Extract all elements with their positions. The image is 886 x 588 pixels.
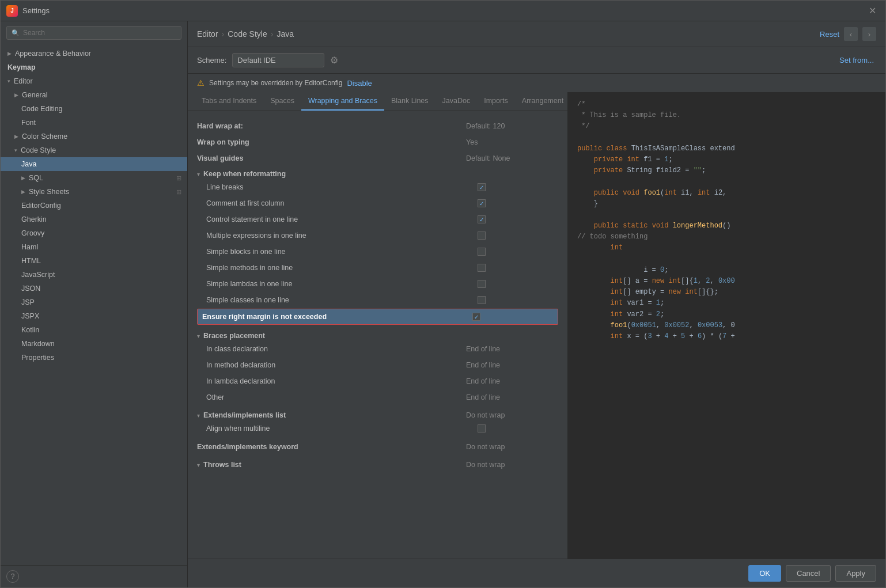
control-one-line-checkbox-cell <box>478 215 558 223</box>
wrap-typing-value: Yes <box>466 138 558 146</box>
sidebar-item-keymap[interactable]: Keymap <box>1 60 187 74</box>
tab-wrapping-braces[interactable]: Wrapping and Braces <box>301 92 384 111</box>
sidebar-item-general[interactable]: ▶ General <box>1 88 187 102</box>
extends-list-toggle-icon[interactable]: ▾ <box>197 412 200 419</box>
close-button[interactable]: ✕ <box>865 5 880 16</box>
sidebar-item-code-style[interactable]: ▾ Code Style <box>1 143 187 157</box>
sidebar-item-html[interactable]: HTML <box>1 254 187 268</box>
section-toggle-icon[interactable]: ▾ <box>197 171 200 177</box>
sidebar-item-jspx[interactable]: JSPX <box>1 309 187 323</box>
throws-list-section: ▾ Throws list Do not wrap <box>197 457 558 470</box>
in-method-decl-value: End of line <box>466 361 558 369</box>
forward-button[interactable]: › <box>862 27 876 41</box>
search-icon: 🔍 <box>12 29 20 37</box>
wrap-typing-row: Wrap on typing Yes <box>197 134 558 150</box>
disable-link[interactable]: Disable <box>347 79 372 88</box>
tab-spaces[interactable]: Spaces <box>263 92 301 111</box>
in-lambda-decl-value: End of line <box>466 377 558 385</box>
sidebar-item-markdown[interactable]: Markdown <box>1 337 187 351</box>
code-line-2: * This is a sample file. <box>577 110 876 121</box>
sidebar-item-font[interactable]: Font <box>1 116 187 130</box>
in-lambda-decl-row: In lambda declaration End of line <box>197 373 558 389</box>
sidebar-item-jsp[interactable]: JSP <box>1 295 187 309</box>
gear-icon[interactable]: ⚙ <box>330 55 338 66</box>
in-lambda-decl-label: In lambda declaration <box>206 377 466 385</box>
warning-bar: ⚠ Settings may be overridden by EditorCo… <box>188 74 885 92</box>
sidebar-item-appearance-behavior[interactable]: ▶ Appearance & Behavior <box>1 47 187 60</box>
in-method-decl-label: In method declaration <box>206 361 466 369</box>
sidebar-item-color-scheme[interactable]: ▶ Color Scheme <box>1 130 187 143</box>
scheme-select-wrapper: Default IDE Project <box>232 53 324 67</box>
sidebar-item-label: Haml <box>21 243 38 251</box>
tab-imports[interactable]: Imports <box>477 92 515 111</box>
style-sheets-icon: ⊞ <box>176 188 181 196</box>
expand-arrow-icon: ▶ <box>21 189 25 195</box>
simple-classes-checkbox[interactable] <box>478 296 486 304</box>
control-one-line-row: Control statement in one line <box>197 211 558 227</box>
sidebar-item-properties[interactable]: Properties <box>1 351 187 365</box>
tab-arrangement[interactable]: Arrangement <box>515 92 567 111</box>
simple-methods-row: Simple methods in one line <box>197 260 558 276</box>
scheme-label: Scheme: <box>197 56 226 65</box>
settings-scroll: Hard wrap at: Default: 120 Wrap on typin… <box>188 111 567 559</box>
sidebar-item-editorconfig[interactable]: EditorConfig <box>1 199 187 213</box>
sidebar-item-java[interactable]: Java <box>1 157 187 171</box>
simple-blocks-checkbox-cell <box>478 248 558 256</box>
expand-arrow-icon: ▶ <box>21 175 25 181</box>
title-bar: J Settings ✕ <box>1 1 885 21</box>
simple-blocks-label: Simple blocks in one line <box>206 248 478 256</box>
breadcrumb-code-style: Code Style <box>228 29 267 39</box>
sidebar-item-label: JSON <box>21 284 40 293</box>
throws-list-toggle-icon[interactable]: ▾ <box>197 462 200 468</box>
keep-line-breaks-checkbox[interactable] <box>478 183 486 191</box>
extends-list-section: ▾ Extends/implements list Do not wrap <box>197 408 558 420</box>
tab-javadoc[interactable]: JavaDoc <box>436 92 478 111</box>
scheme-select[interactable]: Default IDE Project <box>232 53 324 67</box>
hard-wrap-value: Default: 120 <box>466 122 558 130</box>
sidebar-item-label: HTML <box>21 257 41 265</box>
simple-methods-checkbox[interactable] <box>478 264 486 272</box>
sidebar-item-label: JSPX <box>21 312 39 320</box>
search-input[interactable] <box>23 29 176 37</box>
sidebar-item-sql[interactable]: ▶ SQL ⊞ <box>1 171 187 185</box>
tab-blank-lines[interactable]: Blank Lines <box>384 92 436 111</box>
code-line-8 <box>577 176 876 187</box>
sidebar-item-javascript[interactable]: JavaScript <box>1 268 187 282</box>
align-multiline-checkbox[interactable] <box>478 424 486 433</box>
simple-methods-label: Simple methods in one line <box>206 264 478 272</box>
control-one-line-checkbox[interactable] <box>478 215 486 223</box>
code-line-9: public void foo1(int i1, int i2, <box>577 188 876 199</box>
back-button[interactable]: ‹ <box>844 27 858 41</box>
multiple-expr-checkbox[interactable] <box>478 232 486 240</box>
apply-button[interactable]: Apply <box>835 565 876 582</box>
code-line-13: // todo something <box>577 232 876 242</box>
sidebar-item-json[interactable]: JSON <box>1 282 187 295</box>
ensure-margin-checkbox[interactable] <box>472 313 480 321</box>
right-panel: Editor › Code Style › Java Reset ‹ › Sch… <box>188 21 885 587</box>
comment-first-col-checkbox[interactable] <box>478 199 486 207</box>
keep-reformatting-title: Keep when reformatting <box>203 170 286 178</box>
simple-blocks-checkbox[interactable] <box>478 248 486 256</box>
sidebar-item-gherkin[interactable]: Gherkin <box>1 213 187 226</box>
sidebar-item-haml[interactable]: Haml <box>1 240 187 254</box>
comment-first-col-row: Comment at first column <box>197 195 558 211</box>
help-button[interactable]: ? <box>6 570 19 583</box>
tab-tabs-indents[interactable]: Tabs and Indents <box>195 92 263 111</box>
extends-keyword-label: Extends/implements keyword <box>197 443 466 451</box>
braces-section-toggle-icon[interactable]: ▾ <box>197 333 200 339</box>
breadcrumb-actions: Reset ‹ › <box>820 27 876 41</box>
sidebar-item-kotlin[interactable]: Kotlin <box>1 323 187 337</box>
code-line-20: int var2 = 2; <box>577 309 876 320</box>
sidebar-item-editor[interactable]: ▾ Editor <box>1 74 187 88</box>
cancel-button[interactable]: Cancel <box>786 565 831 582</box>
sidebar-item-code-editing[interactable]: Code Editing <box>1 102 187 116</box>
visual-guides-label: Visual guides <box>197 154 466 162</box>
sidebar-item-groovy[interactable]: Groovy <box>1 226 187 240</box>
main-content: 🔍 ▶ Appearance & Behavior Keymap ▾ Edito… <box>1 21 885 587</box>
simple-lambdas-checkbox[interactable] <box>478 280 486 288</box>
set-from-button[interactable]: Set from... <box>839 56 874 65</box>
reset-button[interactable]: Reset <box>820 30 839 39</box>
ok-button[interactable]: OK <box>748 565 781 582</box>
search-box[interactable]: 🔍 <box>6 26 181 40</box>
sidebar-item-style-sheets[interactable]: ▶ Style Sheets ⊞ <box>1 185 187 199</box>
